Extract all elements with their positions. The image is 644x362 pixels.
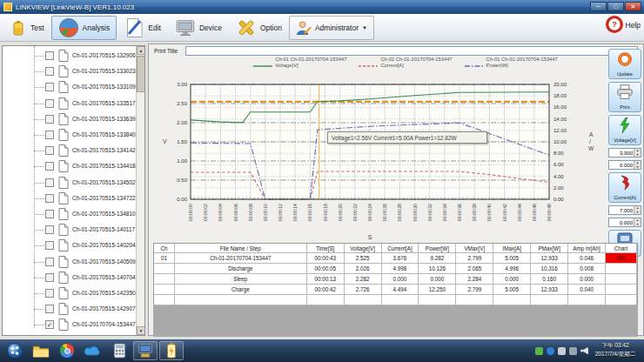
current-end-value[interactable] xyxy=(609,218,634,226)
tray-volume-icon[interactable] xyxy=(580,347,588,355)
tree-item-checkbox[interactable] xyxy=(45,131,54,139)
scrollbar-thumb[interactable] xyxy=(137,56,145,92)
tree-item-checkbox[interactable] xyxy=(45,210,54,218)
tree-item-checkbox[interactable] xyxy=(45,67,54,76)
tree-item[interactable]: Ch-01-20170515-140509 xyxy=(3,255,133,271)
scroll-up-icon[interactable]: ▲ xyxy=(137,46,145,55)
chart-area[interactable]: 00:00:0000:00:0200:00:0400:00:0600:00:08… xyxy=(156,77,605,243)
tree-item[interactable]: Ch-01-20170515-142350 xyxy=(3,286,133,302)
start-button[interactable] xyxy=(3,341,27,360)
tree-item-checkbox[interactable] xyxy=(45,305,54,313)
device-button[interactable]: Device xyxy=(168,16,229,40)
system-taskbar: 下午 03:42 2017/7/4/星期二 xyxy=(0,339,644,362)
close-button[interactable]: ✕ xyxy=(625,2,641,11)
tree-item-checkbox[interactable] xyxy=(45,225,54,234)
option-button[interactable]: Option xyxy=(229,16,289,40)
chrome-icon[interactable] xyxy=(55,341,79,360)
tree-item-checkbox[interactable] xyxy=(45,289,54,298)
explorer-icon[interactable] xyxy=(29,341,53,360)
table-cell: 5.005 xyxy=(493,253,531,264)
tree-item-checkbox[interactable] xyxy=(45,115,54,124)
table-cell: 2.065 xyxy=(456,264,493,274)
scroll-down-icon[interactable]: ▼ xyxy=(137,326,145,335)
spin-down-icon[interactable]: ▼ xyxy=(634,153,641,158)
battery-icon xyxy=(10,18,27,37)
tree-item[interactable]: Ch-01-20170515-133840 xyxy=(3,128,133,144)
voltage-end-spinner[interactable]: ▲▼ xyxy=(608,160,641,170)
tree-item[interactable]: Ch-01-20170515-134502 xyxy=(3,176,133,191)
tree-item-checkbox[interactable] xyxy=(45,162,54,171)
chart-on-cell[interactable]: ON xyxy=(606,253,637,264)
tree-item[interactable]: Ch-01-20170515-133109 xyxy=(3,80,133,96)
chart-tooltip: Voltage1=2.56V Current1=5.00A Power1=12.… xyxy=(327,131,487,144)
tree-item[interactable]: Ch-01-20170515-140117 xyxy=(3,223,133,238)
tree-item[interactable]: Ch-01-20170515-142907 xyxy=(3,302,133,318)
administrator-dropdown[interactable]: Administrator ▼ xyxy=(289,16,374,40)
tree-item[interactable]: Ch-01-20170515-140704 xyxy=(3,271,133,286)
edit-button[interactable]: Edit xyxy=(117,16,168,40)
tree-item[interactable]: Ch-01-20170515-133023 xyxy=(3,64,133,80)
tree-item[interactable]: Ch-01-20170515-133517 xyxy=(3,97,133,112)
analysis-button[interactable]: Analysis xyxy=(51,16,117,40)
calculator-icon[interactable] xyxy=(107,341,131,360)
tree-item-checkbox[interactable] xyxy=(45,178,54,187)
tree-item[interactable]: Ch-01-20170515-132906 xyxy=(3,49,133,64)
current-end-spinner[interactable]: ▲▼ xyxy=(608,218,641,227)
taskbar-clock[interactable]: 下午 03:42 2017/7/4/星期二 xyxy=(590,341,641,359)
tree-item[interactable]: Ch-01-20170515-134142 xyxy=(3,144,133,159)
tree-item-checkbox[interactable] xyxy=(45,99,54,108)
tree-item-checkbox[interactable] xyxy=(45,258,54,266)
tree-item-checkbox[interactable] xyxy=(45,51,54,60)
device-manager-app-icon[interactable] xyxy=(133,341,158,360)
spin-down-icon[interactable]: ▼ xyxy=(634,165,641,170)
maximize-button[interactable]: □ xyxy=(607,2,624,11)
tree-item[interactable]: Ch-01-20170515-134722 xyxy=(3,191,133,207)
spin-down-icon[interactable]: ▼ xyxy=(634,211,641,215)
tree-item[interactable]: Ch-01-20170515-140204 xyxy=(3,238,133,254)
test-button[interactable]: Test xyxy=(3,16,51,40)
print-button[interactable]: Print xyxy=(608,82,641,112)
tree-item[interactable]: Ch-01-20170515-134418 xyxy=(3,159,133,175)
tray-antivirus-icon[interactable] xyxy=(535,347,543,355)
tree-item-checkbox[interactable] xyxy=(45,273,54,282)
minimize-button[interactable]: ─ xyxy=(590,2,607,11)
tree-item-checkbox[interactable] xyxy=(45,241,54,250)
tree-item[interactable]: Ch-01-20170515-133639 xyxy=(3,112,133,128)
tray-network-icon[interactable] xyxy=(558,347,566,355)
current-button[interactable]: Current[A] xyxy=(608,172,641,203)
chevron-down-icon: ▼ xyxy=(362,25,367,30)
tree-item-checkbox[interactable] xyxy=(45,194,54,203)
voltage-set-value[interactable] xyxy=(609,149,634,157)
spin-down-icon[interactable]: ▼ xyxy=(634,223,641,227)
line-chart[interactable]: 00:00:0000:00:0200:00:0400:00:0600:00:08… xyxy=(156,77,605,243)
tree-scrollbar[interactable]: ▲ ▼ xyxy=(136,46,144,335)
print-button-label: Print xyxy=(620,104,630,110)
tree-item-checkbox[interactable] xyxy=(45,146,54,155)
legend-line-sample xyxy=(253,57,272,72)
table-row[interactable] xyxy=(154,295,637,305)
tray-usb-icon[interactable] xyxy=(569,347,577,355)
tree-item-checkbox[interactable]: ✓ xyxy=(45,320,54,329)
voltage-set-spinner[interactable]: ▲▼ xyxy=(608,148,641,158)
table-row[interactable]: Charge00:00:422.7264.49412.2502.7995.005… xyxy=(154,285,637,295)
tray-messenger-icon[interactable] xyxy=(547,347,554,355)
cloud-app-icon[interactable] xyxy=(81,341,105,360)
current-set-spinner[interactable]: ▲▼ xyxy=(608,205,641,215)
help-button[interactable]: ? Help xyxy=(606,16,641,35)
table-cell xyxy=(419,295,456,305)
voltage-button[interactable]: Voltage[V] xyxy=(608,115,641,145)
print-title-input[interactable] xyxy=(185,46,638,56)
battery-app-icon[interactable] xyxy=(159,341,184,360)
table-row[interactable]: 01Ch-01-20170704-15344700:00:432.5253.67… xyxy=(154,253,637,264)
voltage-end-value[interactable] xyxy=(609,161,634,169)
table-row[interactable]: Sleep00:00:132.2820.0000.0002.2840.0000.… xyxy=(154,274,637,285)
update-button[interactable]: Update xyxy=(608,49,641,79)
current-set-value[interactable] xyxy=(609,206,634,214)
table-row[interactable]: Discharge00:00:052.0264.99810.1262.0654.… xyxy=(154,264,637,274)
tree-item[interactable]: Ch-01-20170515-134810 xyxy=(3,207,133,223)
svg-text:?: ? xyxy=(612,20,617,29)
title-bar[interactable]: LINKVIEW [LinkVieW-B] VER1.10.023 ─ □ ✕ xyxy=(0,0,644,14)
tree-item-checkbox[interactable] xyxy=(45,83,54,91)
test-button-label: Test xyxy=(30,23,44,32)
tree-item[interactable]: ✓Ch-01-20170704-153447 xyxy=(3,318,133,333)
